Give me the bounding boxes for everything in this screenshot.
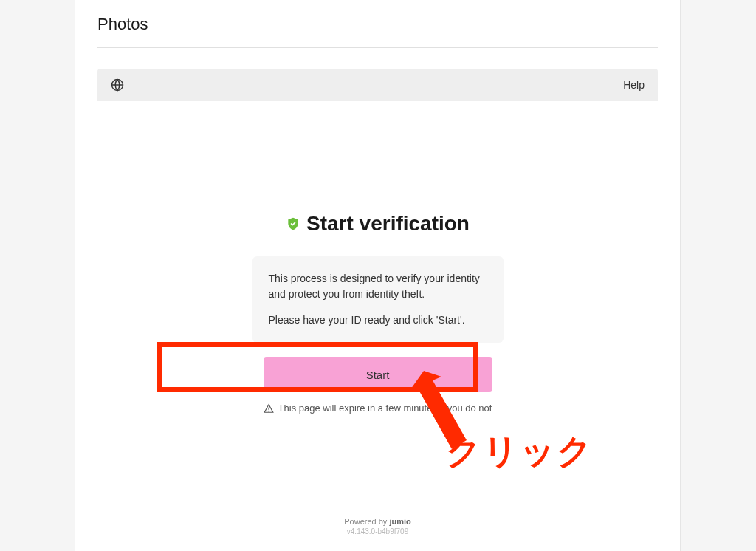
frame-header: Help [97, 69, 658, 101]
footer-branding: Powered by jumio v4.143.0-b4b9f709 [120, 517, 636, 535]
verification-title-row: Start verification [120, 212, 636, 236]
section-title: Photos [97, 15, 658, 34]
help-link[interactable]: Help [623, 79, 645, 91]
shield-check-icon [286, 216, 300, 231]
start-button[interactable]: Start [264, 357, 492, 392]
powered-brand: jumio [389, 517, 410, 526]
language-selector[interactable] [111, 78, 124, 92]
svg-point-3 [268, 411, 269, 411]
expire-text: This page will expire in a few minutes i… [278, 403, 492, 414]
section-divider [97, 47, 658, 48]
expire-warning: This page will expire in a few minutes i… [120, 403, 636, 414]
info-text-2: Please have your ID ready and click 'Sta… [269, 312, 487, 328]
warning-icon [264, 403, 274, 414]
powered-by: Powered by jumio [120, 517, 636, 526]
info-box: This process is designed to verify your … [252, 256, 504, 343]
verification-title: Start verification [306, 212, 470, 236]
page-container: Photos Help Start verif [75, 0, 681, 551]
verification-frame: Help Start verification This process is … [97, 69, 658, 550]
powered-prefix: Powered by [344, 517, 389, 526]
globe-icon [111, 78, 124, 92]
version-text: v4.143.0-b4b9f709 [120, 527, 636, 535]
frame-body: Start verification This process is desig… [97, 101, 658, 550]
info-text-1: This process is designed to verify your … [269, 271, 487, 302]
